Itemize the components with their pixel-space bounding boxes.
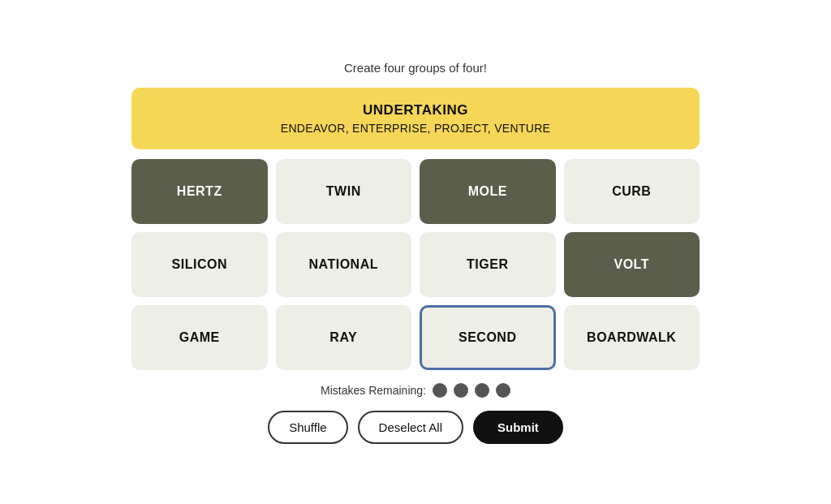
mistake-dot-3 [475, 383, 489, 398]
mistake-dot-4 [496, 383, 510, 398]
tile-national[interactable]: NATIONAL [276, 232, 412, 297]
shuffle-button[interactable]: Shuffle [268, 411, 347, 444]
subtitle: Create four groups of four! [344, 61, 487, 75]
tile-twin[interactable]: TWIN [276, 159, 412, 224]
group-words: ENDEAVOR, ENTERPRISE, PROJECT, VENTURE [148, 122, 683, 135]
tile-curb[interactable]: CURB [564, 159, 700, 224]
submit-button[interactable]: Submit [473, 411, 563, 444]
tile-tiger[interactable]: TIGER [420, 232, 556, 297]
tile-mole[interactable]: MOLE [420, 159, 556, 224]
tile-ray[interactable]: RAY [276, 305, 412, 370]
buttons-row: Shuffle Deselect All Submit [268, 411, 563, 444]
game-container: Create four groups of four! UNDERTAKING … [131, 61, 700, 444]
tile-boardwalk[interactable]: BOARDWALK [564, 305, 700, 370]
tile-game[interactable]: GAME [131, 305, 268, 370]
mistakes-label: Mistakes Remaining: [321, 384, 426, 397]
tile-volt[interactable]: VOLT [564, 232, 700, 297]
tile-hertz[interactable]: HERTZ [131, 159, 268, 224]
tile-silicon[interactable]: SILICON [131, 232, 268, 297]
deselect-all-button[interactable]: Deselect All [358, 411, 463, 444]
group-title: UNDERTAKING [148, 102, 683, 118]
revealed-group: UNDERTAKING ENDEAVOR, ENTERPRISE, PROJEC… [131, 88, 700, 149]
mistake-dot-2 [454, 383, 468, 398]
tile-grid: HERTZTWINMOLECURBSILICONNATIONALTIGERVOL… [131, 159, 700, 370]
mistakes-row: Mistakes Remaining: [321, 383, 510, 398]
mistake-dot-1 [433, 383, 447, 398]
tile-second[interactable]: SECOND [420, 305, 556, 370]
